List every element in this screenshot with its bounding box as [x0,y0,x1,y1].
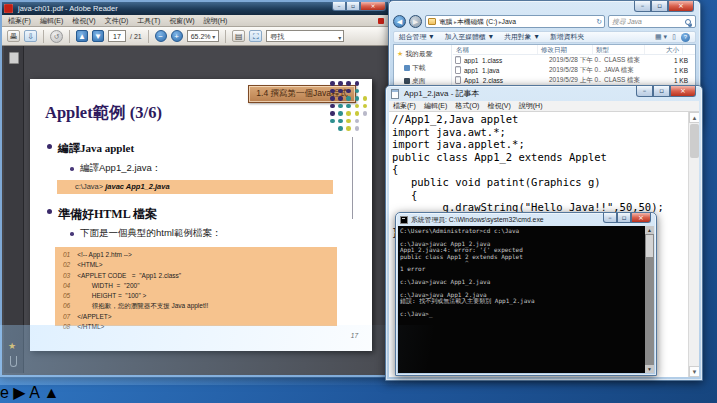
vertical-scrollbar[interactable] [645,226,654,373]
address-bar[interactable]: 電腦 本機磁碟 (C:) Java ↻ [425,15,605,28]
slide-page: 1.4 撰寫第一個Java程式 Applet範例 (3/6) 編譯Java ap… [30,79,372,351]
menu-help[interactable]: 說明(H) [204,16,228,26]
print-icon[interactable]: 🖶 [7,30,20,42]
search-input[interactable]: 搜尋 Java [608,15,696,28]
minimize-button[interactable] [634,1,651,12]
close-button[interactable] [668,1,694,12]
file-row[interactable]: App1_2.class 2019/5/29 上午 0... CLASS 檔案 … [453,75,695,85]
find-input[interactable]: 尋找 [266,30,344,42]
scroll-mode-icon[interactable]: ▤ [232,30,245,42]
maximize-button[interactable] [651,1,668,12]
breadcrumb-java[interactable]: Java [502,18,516,25]
menu-view[interactable]: 檢視(V) [72,16,95,26]
preview-pane-icon[interactable]: ▯ [672,33,676,41]
sidebar-item-downloads[interactable]: 下載 [404,63,451,73]
pages-panel-icon[interactable] [9,52,19,64]
minimize-button[interactable] [332,2,346,11]
menu-format[interactable]: 格式(O) [455,101,479,111]
scrollbar-thumb[interactable] [646,235,653,257]
cmd-icon [400,216,408,224]
page-up-icon[interactable]: ▲ [76,30,88,42]
menu-view[interactable]: 檢視(V) [487,101,510,111]
scrollbar-thumb[interactable] [690,124,699,158]
file-list-headers: 名稱 修改日期 類型 大小 [453,45,695,55]
maximize-button[interactable] [653,86,670,97]
pdf-titlebar[interactable]: java-ch01.pdf - Adobe Reader [2,2,388,15]
command-prompt-window: 系統管理員: C:\Windows\system32\cmd.exe C:\Us… [395,212,657,376]
hidden-icons-arrow[interactable]: ▲ [43,384,59,401]
fit-page-icon[interactable]: ⛶ [249,30,262,42]
bullet-icon [47,144,52,149]
menu-help[interactable]: 說明(H) [519,101,543,111]
sub-bullet-icon [70,232,74,236]
breadcrumb-computer[interactable]: 電腦 [439,17,457,27]
slide-subbullet-2: 下面是一個典型的html範例檔案： [80,227,221,240]
attachments-panel-icon[interactable] [10,356,17,367]
share-with-button[interactable]: 共用對象 ▼ [504,32,540,42]
cmd-titlebar[interactable]: 系統管理員: C:\Windows\system32\cmd.exe [396,213,656,226]
scroll-down-icon[interactable] [645,365,654,373]
page-number-input[interactable] [108,30,126,42]
zoom-in-icon[interactable]: + [171,30,183,42]
views-icon[interactable]: ▦ ▾ [655,33,667,41]
notepad-titlebar[interactable]: App1_2.java - 記事本 [386,86,702,101]
taskbar-internet-explorer-icon[interactable]: e [0,384,9,401]
menu-edit[interactable]: 編輯(E) [424,101,447,111]
close-button[interactable] [670,86,696,97]
column-size[interactable]: 大小 [645,45,683,54]
menu-tools[interactable]: 工具(T) [137,16,160,26]
slide-dots-decoration [330,81,368,131]
menu-window[interactable]: 視窗(W) [169,16,194,26]
toolbar-separator [69,30,70,43]
menu-document[interactable]: 文件(D) [105,16,129,26]
bookmarks-panel-icon[interactable] [8,341,16,351]
menu-file[interactable]: 檔案(F) [393,101,416,111]
scroll-up-icon[interactable] [689,112,699,123]
slide-bullet-2: 準備好HTML 檔案 [58,206,157,223]
pdf-menubar: 檔案(F) 編輯(E) 檢視(V) 文件(D) 工具(T) 視窗(W) 說明(H… [2,15,388,27]
refresh-icon[interactable]: ↻ [596,18,602,26]
pdf-window-title: java-ch01.pdf - Adobe Reader [18,4,118,13]
back-icon[interactable]: ◀ [393,15,406,28]
command-text: javac App1_2.java [105,182,169,191]
add-to-library-button[interactable]: 加入至媒體櫃 ▼ [445,32,494,42]
maximize-button[interactable] [346,2,360,11]
menu-file[interactable]: 檔案(F) [8,16,31,26]
save-icon[interactable]: ⇩ [24,30,37,42]
column-name[interactable]: 名稱 [453,45,538,54]
notepad-icon [391,89,399,99]
file-row[interactable]: app1_1.class 2019/5/28 下午 0... CLASS 檔案 … [453,55,695,65]
slide-page-number: 17 [351,332,358,339]
page-down-icon[interactable]: ▼ [92,30,104,42]
previous-view-icon[interactable]: ↺ [50,30,63,43]
scroll-down-icon[interactable] [689,366,699,377]
sub-bullet-icon [70,167,74,171]
page-total-label: / 21 [130,33,142,40]
close-button[interactable] [631,213,651,223]
terminal-area[interactable]: C:\Users\Administrator>cd c:\Java c:\Jav… [398,226,654,373]
maximize-button[interactable] [617,213,631,223]
column-type[interactable]: 類型 [593,45,645,54]
vertical-scrollbar[interactable] [688,112,699,377]
forward-icon[interactable]: ▶ [409,15,422,28]
new-folder-button[interactable]: 新增資料夾 [550,32,584,42]
help-icon[interactable]: ? [681,33,690,42]
pdf-document-area[interactable]: 1.4 撰寫第一個Java程式 Applet範例 (3/6) 編譯Java ap… [4,46,386,373]
explorer-navigation-bar: ◀ ▶ 電腦 本機磁碟 (C:) Java ↻ 搜尋 Java [393,14,696,29]
sidebar-favorites[interactable]: 我的最愛 [397,49,451,59]
zoom-level-select[interactable]: 65.2% [187,30,220,42]
breadcrumb-drive-c[interactable]: 本機磁碟 (C:) [457,17,502,27]
minimize-button[interactable] [603,213,617,223]
column-date-modified[interactable]: 修改日期 [538,45,593,54]
zoom-out-icon[interactable]: − [155,30,167,42]
organize-button[interactable]: 組合管理 ▼ [399,32,435,42]
taskbar: e ▶ A ▲ 上午 08:47 2019/5/29 [0,383,717,403]
minimize-button[interactable] [636,86,653,97]
taskbar-media-player-icon[interactable]: ▶ [13,384,25,401]
scroll-up-icon[interactable] [645,226,654,234]
file-row[interactable]: app1_1.java 2019/5/28 下午 0... JAVA 檔案 1 … [453,65,695,75]
menu-edit[interactable]: 編輯(E) [40,16,63,26]
taskbar-adobe-reader-icon[interactable]: A [29,384,39,401]
slide-title: Applet範例 (3/6) [45,102,162,124]
close-button[interactable] [360,2,386,11]
